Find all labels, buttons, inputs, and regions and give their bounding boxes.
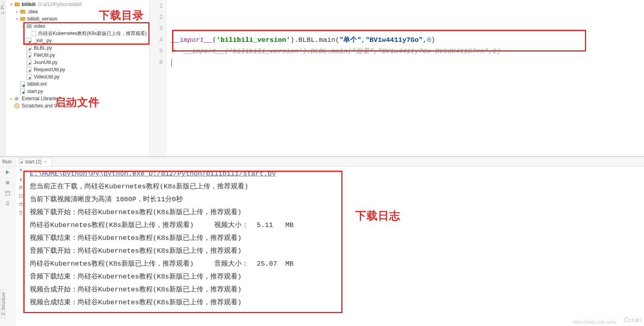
left-gutter: 1: Pr... [0, 0, 6, 156]
python-file-icon [26, 74, 32, 80]
print-button[interactable] [18, 202, 23, 208]
code-line-5[interactable]: # __import__('bilibili_version').BLBL.ma… [171, 46, 644, 57]
folder-icon [14, 1, 20, 8]
tree-item-bilibili-version[interactable]: ▾ bilibili_version [6, 15, 149, 23]
file-icon [31, 30, 37, 37]
project-path: D:\d12\Python\bilibili [38, 1, 82, 8]
tree-item-start[interactable]: start.py [6, 88, 149, 95]
chevron-down-icon[interactable]: ▾ [21, 23, 26, 30]
chevron-right-icon[interactable]: ▸ [9, 95, 14, 102]
python-file-icon [26, 37, 32, 44]
folder-icon [26, 23, 32, 29]
tree-item-videoutil[interactable]: VideoUtil.py [6, 73, 149, 80]
svg-rect-2 [17, 97, 18, 100]
run-tool-window[interactable]: Run: start (2) × E [0, 157, 644, 326]
svg-point-4 [16, 105, 18, 107]
soft-wrap-button[interactable] [18, 185, 23, 191]
python-file-icon [26, 59, 32, 66]
tree-item-blbl[interactable]: BLBL.py [6, 44, 149, 52]
tree-item-video-file[interactable]: 尚硅谷Kubernetes教程(K8s新版已上传，推荐观看) [6, 30, 149, 37]
project-tab[interactable]: 1: Pr... [0, 0, 5, 16]
line-number: 6 [150, 57, 166, 68]
svg-rect-6 [6, 181, 9, 184]
line-number: 3 [150, 23, 166, 35]
console-line: 当前下载视频清晰度为高清 1080P，时长11分0秒 [30, 193, 642, 206]
layout-button[interactable] [4, 189, 12, 197]
code-line-4[interactable]: __import__('bilibili_version').BLBL.main… [171, 35, 644, 46]
line-number: 5 [150, 46, 166, 57]
run-tab[interactable]: start (2) × [15, 158, 51, 166]
svg-marker-5 [6, 170, 9, 174]
svg-text:亿速云: 亿速云 [631, 318, 642, 322]
tree-external-libraries[interactable]: ▸ External Libraries [6, 95, 149, 102]
folder-icon [19, 8, 26, 15]
run-header: Run: start (2) × [0, 157, 644, 167]
tree-scratches[interactable]: Scratches and Consoles [6, 102, 149, 109]
code-area[interactable]: __import__('bilibili_version').BLBL.main… [166, 1, 644, 68]
svg-rect-7 [6, 191, 10, 195]
scroll-button[interactable] [18, 194, 23, 200]
up-button[interactable] [18, 168, 23, 174]
console-line: 视频合成开始：尚硅谷Kubernetes教程(K8s新版已上传，推荐观看) [30, 283, 642, 296]
stop-button[interactable] [4, 179, 12, 187]
tree-item-idea[interactable]: ▸ .idea [6, 8, 149, 15]
chevron-down-icon[interactable]: ▾ [14, 15, 19, 23]
command-line: E:\HOME\python\Py\python.exe D:/d12/Pyth… [30, 170, 276, 177]
project-tree[interactable]: ▾ bilibili D:\d12\Python\bilibili ▸ .ide… [0, 0, 149, 109]
project-name: bilibili [22, 1, 36, 8]
watermark-url: https://blog.csdn.net/q [572, 320, 616, 324]
folder-icon [19, 16, 26, 22]
tree-item-video-folder[interactable]: ▾ video [6, 23, 149, 30]
structure-tab[interactable]: Z: Structure [0, 289, 6, 318]
console-output[interactable]: E:\HOME\python\Py\python.exe D:/d12/Pyth… [27, 167, 644, 326]
console-line: 尚硅谷Kubernetes教程(K8s新版已上传，推荐观看) 音频大小： 25.… [30, 258, 642, 270]
chevron-right-icon[interactable]: ▸ [14, 8, 19, 15]
watermark-brand: 亿速云 [622, 316, 642, 325]
line-number: 4 [150, 35, 166, 46]
svg-rect-0 [15, 97, 16, 100]
library-icon [14, 95, 20, 102]
tree-root[interactable]: ▾ bilibili D:\d12\Python\bilibili [6, 1, 149, 8]
rerun-button[interactable] [4, 168, 12, 176]
code-line-6[interactable] [171, 57, 644, 68]
line-number: 2 [150, 12, 166, 23]
trash-button[interactable] [18, 210, 23, 217]
tree-item-fileutil[interactable]: FileUtil.py [6, 52, 149, 59]
python-file-icon [26, 52, 32, 58]
svg-rect-11 [20, 203, 22, 204]
console-line: 音频下载结束：尚硅谷Kubernetes教程(K8s新版已上传，推荐观看) [30, 270, 642, 283]
chevron-down-icon[interactable]: ▾ [9, 1, 14, 8]
console-line: 您当前正在下载，尚硅谷Kubernetes教程(K8s新版已上传，推荐观看) [30, 180, 642, 193]
svg-rect-1 [16, 97, 17, 100]
run-label: Run: [2, 159, 12, 165]
python-file-icon [26, 45, 32, 51]
down-button[interactable] [18, 177, 23, 183]
pin-button[interactable] [4, 200, 12, 208]
python-file-icon [18, 159, 23, 165]
scratch-icon [14, 103, 20, 109]
python-file-icon [19, 88, 26, 95]
tree-item-init[interactable]: _init_.py [6, 37, 149, 44]
tree-item-iml[interactable]: bilibili.iml [6, 80, 149, 88]
python-file-icon [26, 66, 32, 73]
run-toolbar-secondary [15, 167, 27, 326]
iml-file-icon [19, 81, 26, 87]
tree-item-jsonutil[interactable]: JsonUtil.py [6, 59, 149, 66]
caret-icon [171, 59, 172, 67]
line-gutter: 1 2 3 4 5 6 [150, 0, 166, 156]
code-editor[interactable]: 1 2 3 4 5 6 __import__('bilibili_version… [150, 0, 644, 156]
console-line: 视频下载结束：尚硅谷Kubernetes教程(K8s新版已上传，推荐观看) [30, 232, 642, 245]
console-line: 尚硅谷Kubernetes教程(K8s新版已上传，推荐观看) 视频大小： 5.1… [30, 219, 642, 232]
tree-item-requestutil[interactable]: RequestUtil.py [6, 66, 149, 73]
svg-rect-10 [19, 204, 23, 206]
project-tool-window[interactable]: 1: Pr... ▾ bilibili D:\d12\Python\bilibi… [0, 0, 150, 156]
close-icon[interactable]: × [44, 160, 48, 164]
console-line: 视频下载开始：尚硅谷Kubernetes教程(K8s新版已上传，推荐观看) [30, 206, 642, 219]
console-line: 视频合成结束：尚硅谷Kubernetes教程(K8s新版已上传，推荐观看) [30, 296, 642, 309]
line-number: 1 [150, 1, 166, 12]
run-tab-label: start (2) [25, 159, 41, 165]
console-line: 音频下载开始：尚硅谷Kubernetes教程(K8s新版已上传，推荐观看) [30, 245, 642, 258]
